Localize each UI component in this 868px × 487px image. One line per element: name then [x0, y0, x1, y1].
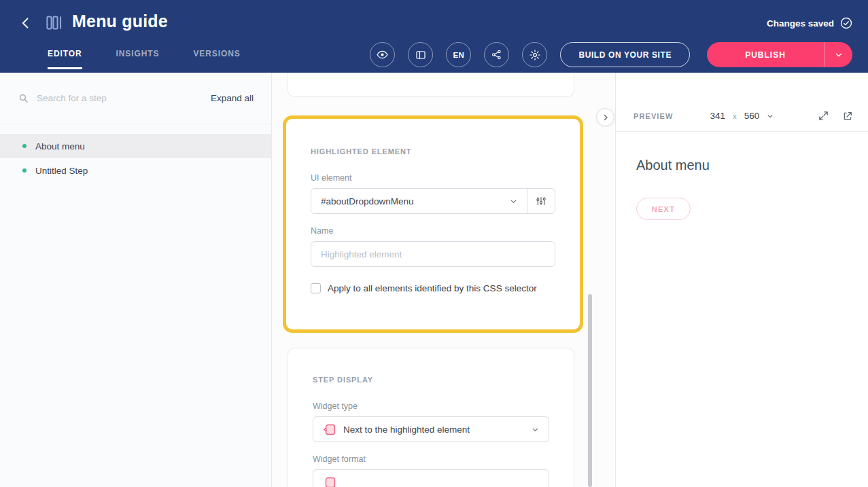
- step-label: About menu: [35, 141, 85, 151]
- preview-header-icons: [818, 110, 853, 122]
- search-input[interactable]: [37, 93, 152, 103]
- ui-element-select[interactable]: #aboutDropdownMenu: [311, 189, 527, 213]
- ui-element-value: #aboutDropdownMenu: [321, 196, 502, 206]
- widget-tooltip-icon: [323, 424, 336, 435]
- collapse-panel-button[interactable]: [596, 108, 614, 126]
- tab-insights[interactable]: INSIGHTS: [116, 49, 160, 69]
- highlighted-element-card: HIGHLIGHTED ELEMENT UI element #aboutDro…: [283, 115, 583, 333]
- step-item-untitled[interactable]: Untitled Step: [0, 158, 271, 183]
- element-name-input[interactable]: [311, 241, 555, 267]
- app-window: Menu guide Changes saved EDITOR INSIGHTS…: [0, 0, 868, 487]
- gear-icon: [529, 49, 541, 61]
- preview-step-title: About menu: [636, 158, 848, 173]
- widget-format-icon: [323, 477, 336, 487]
- share-button[interactable]: [484, 42, 509, 67]
- expand-preview-button[interactable]: [818, 110, 829, 122]
- open-external-button[interactable]: [842, 111, 853, 122]
- widget-format-select-main: [313, 470, 549, 487]
- widget-format-select[interactable]: [313, 469, 549, 487]
- language-label: EN: [453, 51, 464, 59]
- share-icon: [491, 49, 502, 60]
- selector-settings-button[interactable]: [527, 189, 555, 213]
- step-item-about-menu[interactable]: About menu: [0, 134, 271, 158]
- layout-panel-icon: [415, 49, 427, 61]
- settings-button[interactable]: [522, 42, 547, 67]
- highlighted-element-section-title: HIGHLIGHTED ELEMENT: [311, 147, 555, 156]
- step-status-dot: [22, 168, 27, 173]
- step-display-card: STEP DISPLAY Widget type Next to the hig…: [288, 348, 574, 487]
- preview-label: PREVIEW: [633, 112, 673, 120]
- chevron-right-icon: [602, 113, 610, 122]
- apply-all-label: Apply to all elements identified by this…: [328, 283, 537, 293]
- back-button[interactable]: [16, 14, 35, 33]
- sidebar-search-row: Expand all: [0, 73, 271, 124]
- preview-eye-button[interactable]: [370, 42, 395, 67]
- preview-size-separator: x: [733, 112, 737, 120]
- eye-icon: [376, 48, 389, 61]
- ui-element-label: UI element: [311, 173, 555, 183]
- step-status-dot: [22, 144, 27, 148]
- chevron-down-icon: [767, 113, 774, 120]
- check-circle-icon: [839, 16, 853, 30]
- editor-scrollbar[interactable]: [588, 294, 592, 487]
- page-title: Menu guide: [72, 12, 168, 31]
- publish-button-label: PUBLISH: [745, 50, 786, 60]
- step-label: Untitled Step: [35, 166, 88, 176]
- guide-columns-icon: [45, 14, 63, 32]
- build-button-label: BUILD ON YOUR SITE: [578, 50, 672, 60]
- publish-options-button[interactable]: [824, 42, 852, 67]
- preview-width: 341: [710, 111, 725, 121]
- build-on-your-site-button[interactable]: BUILD ON YOUR SITE: [560, 42, 690, 67]
- layout-button[interactable]: [408, 42, 433, 67]
- chevron-left-icon: [19, 16, 33, 30]
- expand-all-link[interactable]: Expand all: [211, 93, 254, 103]
- previous-card-partial: [288, 73, 574, 97]
- preview-size-dropdown[interactable]: 341 x 560: [710, 111, 774, 121]
- search-icon: [18, 92, 29, 104]
- apply-all-row: Apply to all elements identified by this…: [311, 283, 555, 293]
- changes-saved-status: Changes saved: [767, 16, 853, 30]
- preview-next-button[interactable]: NEXT: [636, 198, 691, 220]
- header-tabs: EDITOR INSIGHTS VERSIONS: [48, 49, 241, 69]
- name-label: Name: [311, 226, 555, 236]
- apply-all-checkbox[interactable]: [311, 283, 321, 293]
- ui-element-select-group: #aboutDropdownMenu: [311, 188, 555, 214]
- app-header: Menu guide Changes saved EDITOR INSIGHTS…: [0, 0, 868, 73]
- widget-type-select[interactable]: Next to the highlighted element: [313, 416, 549, 442]
- chevron-down-icon: [834, 50, 844, 60]
- step-search: [18, 92, 211, 104]
- step-display-section-title: STEP DISPLAY: [313, 376, 549, 384]
- main-area: Expand all About menu Untitled Step HIGH…: [0, 73, 868, 487]
- changes-saved-label: Changes saved: [767, 18, 834, 29]
- widget-type-value: Next to the highlighted element: [343, 425, 524, 435]
- widget-type-label: Widget type: [313, 401, 549, 411]
- chevron-down-icon: [510, 198, 517, 205]
- language-button[interactable]: EN: [446, 42, 471, 67]
- header-actions: EN BUILD ON YOUR SITE PUBLISH: [370, 42, 852, 67]
- widget-type-select-main: Next to the highlighted element: [313, 417, 549, 441]
- step-editor: HIGHLIGHTED ELEMENT UI element #aboutDro…: [272, 73, 615, 487]
- preview-height: 560: [744, 111, 760, 121]
- steps-sidebar: Expand all About menu Untitled Step: [0, 73, 272, 487]
- chevron-down-icon: [532, 426, 539, 433]
- tab-editor[interactable]: EDITOR: [48, 49, 82, 69]
- publish-button-group: PUBLISH: [707, 42, 852, 67]
- tab-versions[interactable]: VERSIONS: [193, 49, 240, 69]
- preview-header: PREVIEW 341 x 560: [616, 101, 868, 132]
- preview-panel: PREVIEW 341 x 560: [615, 73, 868, 487]
- publish-button[interactable]: PUBLISH: [707, 42, 824, 67]
- widget-format-label: Widget format: [313, 454, 549, 464]
- step-list: About menu Untitled Step: [0, 124, 271, 183]
- sliders-icon: [536, 196, 546, 206]
- preview-canvas: About menu NEXT: [616, 132, 868, 487]
